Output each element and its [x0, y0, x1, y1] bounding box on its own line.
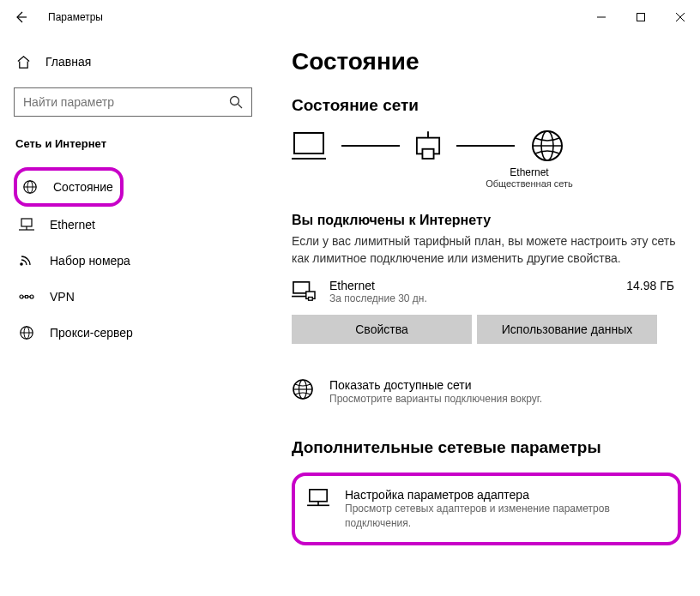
- sidebar-item-status[interactable]: Состояние: [14, 167, 124, 207]
- connected-desc: Если у вас лимитный тарифный план, вы мо…: [292, 233, 681, 267]
- content: Главная Сеть и Интернет Состояние Ethern…: [0, 34, 700, 596]
- svg-point-4: [231, 97, 239, 105]
- back-button[interactable]: [10, 7, 31, 27]
- diagram-adapter-name: Ethernet: [377, 166, 681, 178]
- sidebar-item-vpn[interactable]: VPN: [14, 279, 252, 315]
- vpn-icon: [19, 289, 34, 304]
- svg-rect-16: [26, 296, 28, 298]
- ethernet-icon: [19, 217, 34, 232]
- caption-buttons: [582, 4, 700, 30]
- svg-rect-20: [294, 133, 323, 154]
- ethernet-data-size: 14.98 ГБ: [626, 279, 674, 292]
- diagram-line: [341, 145, 400, 147]
- maximize-button[interactable]: [621, 4, 661, 30]
- sidebar-item-label: Ethernet: [50, 218, 95, 232]
- sidebar-item-label: Прокси-сервер: [50, 326, 133, 340]
- svg-rect-9: [21, 219, 32, 226]
- connected-title: Вы подключены к Интернету: [292, 213, 681, 228]
- window-title: Параметры: [48, 11, 103, 23]
- arrow-left-icon: [14, 10, 27, 24]
- link-title: Настройка параметров адаптера: [345, 488, 666, 502]
- adapter-settings-link[interactable]: Настройка параметров адаптера Просмотр с…: [307, 485, 666, 533]
- svg-point-14: [30, 295, 33, 298]
- dialup-icon: [19, 253, 34, 268]
- diagram-labels: Ethernet Общественная сеть: [377, 166, 681, 189]
- svg-rect-31: [309, 298, 313, 301]
- maximize-icon: [637, 13, 645, 21]
- sidebar: Главная Сеть и Интернет Состояние Ethern…: [0, 34, 266, 596]
- sidebar-home[interactable]: Главная: [14, 48, 252, 81]
- ethernet-adapter-icon: [415, 131, 441, 160]
- sidebar-item-proxy[interactable]: Прокси-сервер: [14, 315, 252, 351]
- data-usage-button[interactable]: Использование данных: [477, 315, 657, 344]
- sidebar-item-ethernet[interactable]: Ethernet: [14, 207, 252, 243]
- svg-rect-24: [422, 149, 433, 159]
- close-icon: [676, 13, 685, 21]
- highlight-adapter-settings: Настройка параметров адаптера Просмотр с…: [292, 473, 681, 545]
- proxy-icon: [19, 325, 34, 340]
- svg-point-12: [20, 262, 23, 266]
- minimize-button[interactable]: [582, 4, 621, 30]
- svg-rect-1: [637, 14, 645, 21]
- globe-icon: [530, 129, 564, 163]
- sidebar-item-label: Набор номера: [50, 254, 130, 268]
- link-text: Показать доступные сети Просмотрите вари…: [329, 378, 542, 406]
- network-status-title: Состояние сети: [292, 96, 681, 115]
- link-sub: Просмотрите варианты подключения вокруг.: [329, 392, 542, 406]
- computer-icon: [292, 130, 326, 161]
- search-icon: [229, 95, 243, 109]
- sidebar-item-label: Состояние: [53, 180, 113, 194]
- ethernet-monitor-icon: [292, 280, 316, 304]
- show-available-networks[interactable]: Показать доступные сети Просмотрите вари…: [292, 375, 681, 409]
- status-icon: [22, 179, 38, 195]
- button-row: Свойства Использование данных: [292, 315, 681, 344]
- network-diagram: [292, 129, 681, 163]
- ethernet-usage-row: Ethernet За последние 30 дн. 14.98 ГБ: [292, 279, 681, 304]
- link-sub: Просмотр сетевых адаптеров и изменение п…: [345, 502, 666, 529]
- search-box[interactable]: [14, 87, 252, 117]
- titlebar-left: Параметры: [10, 7, 103, 27]
- minimize-icon: [597, 13, 606, 21]
- link-text: Настройка параметров адаптера Просмотр с…: [345, 488, 666, 529]
- svg-rect-35: [310, 490, 327, 502]
- svg-point-13: [20, 295, 23, 298]
- sidebar-item-dialup[interactable]: Набор номера: [14, 243, 252, 279]
- svg-line-5: [238, 105, 243, 109]
- advanced-section-title: Дополнительные сетевые параметры: [292, 438, 681, 457]
- sidebar-item-label: VPN: [50, 290, 75, 304]
- main-panel: Состояние Состояние сети Ethernet Общест…: [266, 34, 700, 596]
- ethernet-sub: За последние 30 дн.: [329, 292, 612, 304]
- adapter-monitor-icon: [307, 488, 329, 510]
- close-button[interactable]: [661, 4, 700, 30]
- diagram-line: [456, 145, 515, 147]
- globe-icon: [292, 378, 314, 400]
- home-icon: [16, 55, 30, 69]
- sidebar-category: Сеть и Интернет: [15, 137, 252, 150]
- ethernet-name: Ethernet: [329, 279, 612, 292]
- link-title: Показать доступные сети: [329, 378, 542, 392]
- sidebar-home-label: Главная: [45, 55, 91, 69]
- diagram-adapter-sub: Общественная сеть: [377, 178, 681, 189]
- search-input[interactable]: [23, 95, 229, 109]
- titlebar: Параметры: [0, 0, 700, 34]
- ethernet-usage-text: Ethernet За последние 30 дн.: [329, 279, 612, 304]
- page-title: Состояние: [292, 48, 681, 75]
- properties-button[interactable]: Свойства: [292, 315, 472, 344]
